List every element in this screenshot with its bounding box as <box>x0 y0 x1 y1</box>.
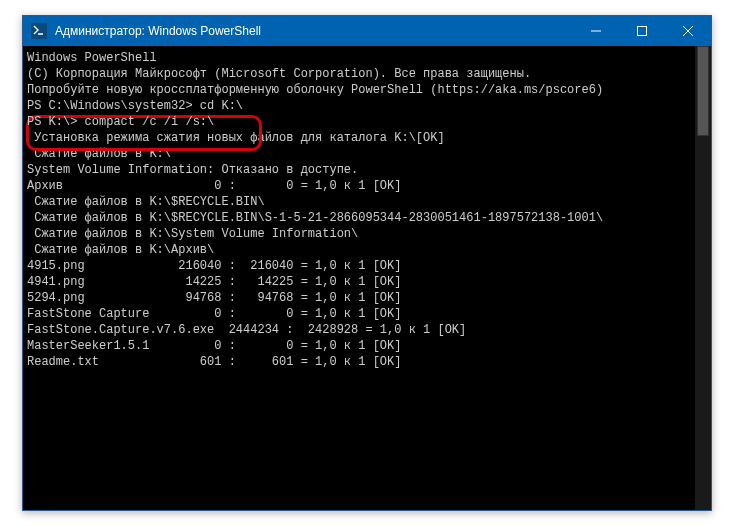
titlebar[interactable]: Администратор: Windows PowerShell <box>23 16 711 46</box>
powershell-icon <box>31 23 47 39</box>
output-line: 4915.png 216040 : 216040 = 1,0 к 1 [OK] <box>27 258 695 274</box>
output-line: (C) Корпорация Майкрософт (Microsoft Cor… <box>27 66 695 82</box>
output-line: System Volume Information: Отказано в до… <box>27 162 695 178</box>
output-line: Попробуйте новую кроссплатформенную обол… <box>27 82 695 98</box>
output-line: 5294.png 94768 : 94768 = 1,0 к 1 [OK] <box>27 290 695 306</box>
maximize-button[interactable] <box>619 16 665 46</box>
window-title: Администратор: Windows PowerShell <box>55 24 261 38</box>
output-line: 4941.png 14225 : 14225 = 1,0 к 1 [OK] <box>27 274 695 290</box>
scrollbar-thumb[interactable] <box>697 46 709 136</box>
close-button[interactable] <box>665 16 711 46</box>
terminal-area: Windows PowerShell(C) Корпорация Майкрос… <box>23 46 711 510</box>
output-line: Windows PowerShell <box>27 50 695 66</box>
output-line: Сжатие файлов в K:\$RECYCLE.BIN\ <box>27 194 695 210</box>
output-line: Сжатие файлов в K:\Архив\ <box>27 242 695 258</box>
output-line: FastStone Capture 0 : 0 = 1,0 к 1 [OK] <box>27 306 695 322</box>
output-line: Readme.txt 601 : 601 = 1,0 к 1 [OK] <box>27 354 695 370</box>
output-line: Сжатие файлов в K:\ <box>27 146 695 162</box>
terminal-output[interactable]: Windows PowerShell(C) Корпорация Майкрос… <box>23 46 695 510</box>
svg-rect-0 <box>638 27 647 36</box>
scrollbar-vertical[interactable] <box>695 46 711 510</box>
powershell-window: Администратор: Windows PowerShell Window… <box>22 15 712 511</box>
output-line: Установка режима сжатия новых файлов для… <box>27 130 695 146</box>
command-line: PS C:\Windows\system32> cd K:\ <box>27 98 695 114</box>
output-line: FastStone.Capture.v7.6.exe 2444234 : 242… <box>27 322 695 338</box>
output-line: Сжатие файлов в K:\$RECYCLE.BIN\S-1-5-21… <box>27 210 695 226</box>
output-line: MasterSeeker1.5.1 0 : 0 = 1,0 к 1 [OK] <box>27 338 695 354</box>
command-line: PS K:\> compact /c /i /s:\ <box>27 114 695 130</box>
minimize-button[interactable] <box>573 16 619 46</box>
output-line: Архив 0 : 0 = 1,0 к 1 [OK] <box>27 178 695 194</box>
output-line: Сжатие файлов в K:\System Volume Informa… <box>27 226 695 242</box>
